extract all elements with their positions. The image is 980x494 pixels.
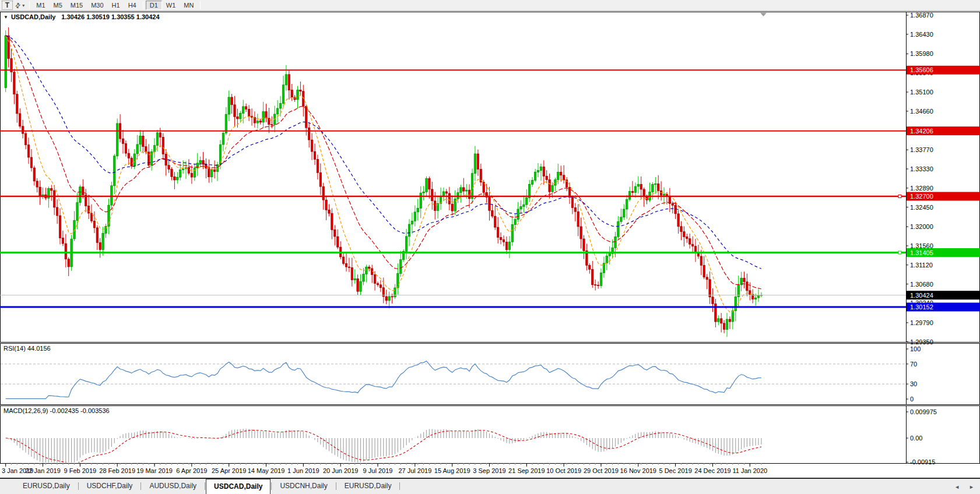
timeframe-button-m1[interactable]: M1 — [32, 1, 49, 10]
chart-shift-icon[interactable] — [760, 13, 767, 16]
tab-eurusd-daily-5[interactable]: EURUSD,Daily — [337, 479, 399, 494]
hline-handle[interactable] — [898, 195, 901, 197]
chart-title: USDCAD,Daily — [11, 13, 55, 20]
tab-separator — [205, 482, 205, 490]
tab-usdcnh-daily-4[interactable]: USDCNH,Daily — [272, 479, 335, 494]
timeframe-button-group: M1M5M15M30H1H4D1W1MN — [32, 1, 203, 10]
price-tick-label: 1.36870 — [910, 12, 933, 19]
price-badge-label: 1.34206 — [910, 128, 933, 135]
price-badge-label: 1.35606 — [910, 66, 933, 73]
hline-handle[interactable] — [898, 251, 901, 254]
cursor-tool-button[interactable]: ⇄ ▾ — [13, 1, 27, 10]
ma-line-8 — [6, 36, 761, 312]
price-tick-label: 1.29790 — [910, 319, 933, 326]
macd-tick-label: -0.00915 — [910, 458, 935, 465]
tab-separator — [271, 482, 272, 490]
tab-audusd-daily-2[interactable]: AUDUSD,Daily — [142, 479, 204, 494]
mt4-window: T ⇄ ▾ M1M5M15M30H1H4D1W1MN 1.368701.3643… — [0, 0, 980, 494]
chevron-down-icon: ▾ — [22, 3, 24, 8]
timeframe-button-d1[interactable]: D1 — [146, 1, 162, 10]
chart-ohlc-values: 1.30426 1.30519 1.30355 1.30424 — [61, 13, 159, 20]
toolbar-separator — [200, 1, 201, 9]
price-badge-label: 1.31405 — [910, 249, 933, 256]
tab-separator — [399, 482, 400, 490]
tab-scroll-right-icon[interactable]: ► — [969, 484, 974, 490]
chart-tabs: EURUSD,DailyUSDCHF,DailyAUDUSD,DailyUSDC… — [0, 479, 980, 494]
price-badge-label: 1.30152 — [910, 304, 933, 310]
macd-indicator-label: MACD(12,26,9) -0.002435 -0.003536 — [3, 407, 110, 414]
price-tick-label: 1.32450 — [910, 204, 933, 211]
price-tick-label: 1.36430 — [910, 31, 933, 38]
chart-tab-bar: EURUSD,DailyUSDCHF,DailyAUDUSD,DailyUSDC… — [0, 478, 980, 494]
macd-histogram — [6, 429, 761, 467]
price-tick-label: 1.31120 — [910, 262, 933, 269]
toolbar-separator — [29, 1, 30, 9]
price-tick-label: 1.33770 — [910, 146, 933, 153]
tab-scroll-left-icon[interactable]: ◄ — [954, 484, 960, 490]
tab-usdcad-daily-3[interactable]: USDCAD,Daily — [206, 479, 271, 494]
rsi-tick-label: 30 — [910, 380, 917, 387]
timeframe-button-m30[interactable]: M30 — [87, 1, 107, 10]
tab-usdchf-daily-1[interactable]: USDCHF,Daily — [79, 479, 140, 494]
price-tick-label: 1.34660 — [910, 108, 933, 115]
rsi-indicator-label: RSI(14) 44.0156 — [3, 345, 51, 352]
timeframe-button-h4[interactable]: H4 — [124, 1, 140, 10]
macd-tick-label: 0.00 — [910, 435, 922, 442]
rsi-tick-label: 100 — [910, 345, 921, 352]
tab-separator — [336, 482, 336, 490]
macd-tick-label: 0.009975 — [910, 408, 937, 415]
price-tick-label: 1.35100 — [910, 89, 933, 96]
text-tool-button[interactable]: T — [2, 1, 13, 10]
tab-separator — [140, 482, 141, 490]
chart-canvas[interactable]: 1.368701.364301.359801.355401.351001.346… — [0, 0, 980, 494]
tab-separator — [78, 482, 79, 490]
rsi-tick-label: 0 — [910, 396, 914, 403]
timeframe-button-h1[interactable]: H1 — [108, 1, 124, 10]
timeframe-button-m15[interactable]: M15 — [66, 1, 87, 10]
timeframe-button-m5[interactable]: M5 — [50, 1, 66, 10]
ma-line-21 — [6, 36, 761, 289]
price-tick-label: 1.30680 — [910, 281, 933, 288]
chart-header: ▼ USDCAD,Daily 1.30426 1.30519 1.30355 1… — [3, 13, 160, 20]
price-tick-label: 1.32890 — [910, 185, 933, 192]
price-tick-label: 1.29350 — [910, 338, 933, 345]
collapse-icon[interactable]: ▼ — [3, 15, 8, 20]
toolbar-separator — [143, 1, 143, 9]
rsi-tick-label: 70 — [910, 361, 917, 368]
price-tick-label: 1.32000 — [910, 223, 933, 230]
timeframe-button-mn[interactable]: MN — [180, 1, 198, 10]
price-tick-label: 1.35980 — [910, 50, 933, 57]
rsi-line — [6, 361, 761, 399]
toolbar: T ⇄ ▾ M1M5M15M30H1H4D1W1MN — [0, 0, 980, 11]
cursor-tool-icon: ⇄ — [13, 1, 22, 9]
timeframe-button-w1[interactable]: W1 — [162, 1, 180, 10]
tab-eurusd-daily-0[interactable]: EURUSD,Daily — [15, 479, 78, 494]
price-tick-label: 1.33330 — [910, 165, 933, 172]
price-badge-label: 1.30424 — [910, 292, 933, 299]
price-badge-label: 1.32700 — [910, 193, 933, 200]
